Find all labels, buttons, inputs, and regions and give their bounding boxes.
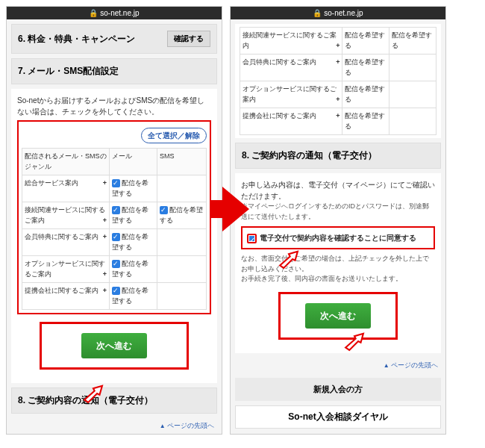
- section-6-header: 6. 料金・特典・キャンペーン 確認する: [11, 24, 217, 54]
- checkbox-icon[interactable]: [112, 233, 120, 241]
- page-top-link[interactable]: ページの先頭へ: [231, 358, 445, 373]
- agree-label: 電子交付で契約内容を確認することに同意する: [260, 234, 416, 242]
- expand-icon[interactable]: +: [103, 178, 107, 189]
- pointer-hand-icon: [342, 329, 367, 354]
- expand-icon[interactable]: +: [336, 57, 340, 68]
- arrow-icon: [222, 187, 249, 231]
- checkbox-icon[interactable]: [160, 206, 168, 214]
- checkbox-icon[interactable]: [112, 260, 120, 268]
- th-genre: 配信されるメール・SMSのジャンル: [22, 149, 110, 175]
- agree-highlight: 電子交付で契約内容を確認することに同意する: [241, 226, 435, 249]
- toggle-all-button[interactable]: 全て選択／解除: [141, 128, 207, 143]
- table-row: 提携会社に関するご案内+配信を希望する: [22, 283, 207, 310]
- right-screenshot: 🔒 so-net.ne.jp 接続関連サービスに関するご案内+配信を希望する配信…: [230, 6, 446, 435]
- sec8-line3: なお、書面交付をご希望の場合は、上記チェックを外した上でお申し込みください。: [241, 254, 435, 274]
- pointer-hand-icon: [81, 381, 106, 406]
- table-row: 会員特典に関するご案内+配信を希望する: [240, 55, 436, 81]
- delivery-table: 配信されるメール・SMSのジャンル メール SMS 総合サービス案内+配信を希望…: [22, 148, 207, 310]
- highlight-box: 全て選択／解除 配信されるメール・SMSのジャンル メール SMS 総合サービス…: [17, 120, 211, 314]
- table-row: 接続関連サービスに関するご案内+配信を希望する配信を希望する: [240, 28, 436, 55]
- agree-checkbox[interactable]: [247, 234, 257, 243]
- th-mail: メール: [110, 149, 157, 175]
- url-bar: 🔒 so-net.ne.jp: [231, 7, 445, 19]
- next-button[interactable]: 次へ進む: [81, 333, 147, 358]
- expand-icon[interactable]: +: [103, 270, 107, 280]
- expand-icon[interactable]: +: [103, 216, 107, 226]
- table-row: オプションサービスに関するご案内+配信を希望する: [22, 256, 207, 283]
- next-button[interactable]: 次へ進む: [305, 303, 371, 329]
- table-row: オプションサービスに関するご案内+配信を希望する: [240, 81, 436, 108]
- table-row: 提携会社に関するご案内+配信を希望する: [240, 108, 436, 135]
- url-bar: 🔒 so-net.ne.jp: [7, 7, 222, 19]
- checkbox-icon[interactable]: [112, 179, 120, 187]
- page-top-link[interactable]: ページの先頭へ: [7, 418, 222, 434]
- sec8-line2: ※マイページへログインするためのIDとパスワードは、別途郵送にて送付いたします。: [241, 202, 435, 222]
- sec8-line4: お手続き完了後、同内容の書面をお送りいたします。: [241, 274, 435, 284]
- section-7-intro: So-netからお届けするメールおよびSMSの配信を希望しない場合は、チェックを…: [17, 95, 211, 117]
- delivery-table-cont: 接続関連サービスに関するご案内+配信を希望する配信を希望する 会員特典に関するご…: [240, 27, 436, 135]
- section-7-header: 7. メール・SMS配信設定: [11, 58, 217, 84]
- section-8-title: 8. ご契約内容の通知（電子交付）: [242, 149, 377, 162]
- table-row: 総合サービス案内+配信を希望する: [22, 175, 207, 202]
- pointer-hand-icon: [276, 246, 301, 272]
- expand-icon[interactable]: +: [336, 95, 340, 105]
- checkbox-icon[interactable]: [112, 206, 120, 214]
- left-screenshot: 🔒 so-net.ne.jp 6. 料金・特典・キャンペーン 確認する 7. メ…: [6, 6, 222, 435]
- expand-icon[interactable]: +: [336, 41, 340, 52]
- new-member-header: 新規入会の方: [235, 378, 441, 401]
- section-8-header: 8. ご契約内容の通知（電子交付）: [235, 143, 441, 169]
- expand-icon[interactable]: +: [336, 111, 340, 122]
- table-row: 接続関連サービスに関するご案内+配信を希望する配信を希望する: [22, 202, 207, 229]
- section-7-title: 7. メール・SMS配信設定: [18, 65, 119, 78]
- checkbox-icon[interactable]: [112, 287, 120, 295]
- section-8-header: 8. ご契約内容の通知（電子交付）: [11, 388, 217, 414]
- th-sms: SMS: [157, 149, 207, 175]
- section-6-title: 6. 料金・特典・キャンペーン: [18, 33, 135, 46]
- next-highlight: 次へ進む: [278, 292, 398, 340]
- sec8-line1: お申し込み内容は、電子交付（マイページ）にてご確認いただけます。: [241, 179, 435, 202]
- next-highlight: 次へ進む: [40, 322, 189, 370]
- expand-icon[interactable]: +: [103, 286, 107, 296]
- expand-icon[interactable]: +: [103, 232, 107, 243]
- dial-title: So-net入会相談ダイヤル: [235, 405, 441, 429]
- confirm-button[interactable]: 確認する: [167, 31, 210, 47]
- table-row: 会員特典に関するご案内+配信を希望する: [22, 229, 207, 256]
